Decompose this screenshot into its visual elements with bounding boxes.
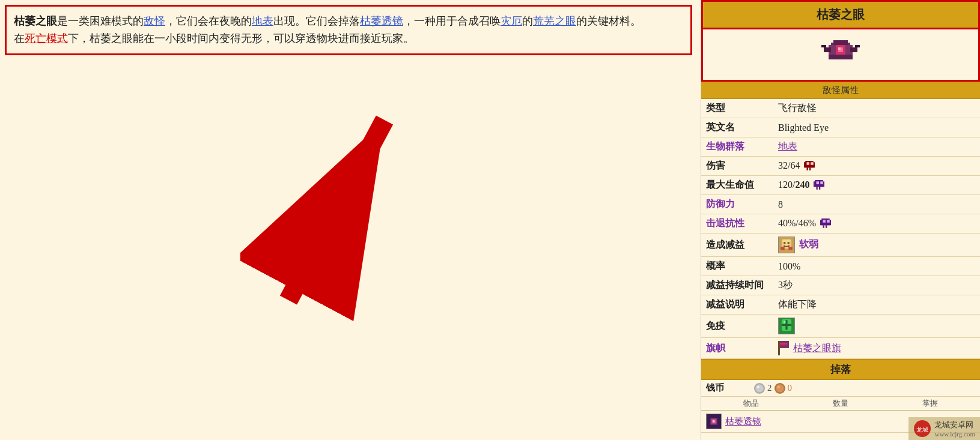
site-logo: 龙城 bbox=[913, 420, 931, 438]
value-hp: 120/240 bbox=[773, 176, 980, 195]
table-row: 减益持续时间 3秒 bbox=[701, 276, 980, 295]
svg-rect-35 bbox=[788, 242, 790, 244]
death-link[interactable]: 死亡模式 bbox=[25, 32, 68, 44]
biome-link[interactable]: 地表 bbox=[778, 141, 797, 151]
svg-rect-39 bbox=[781, 247, 785, 250]
surface-link[interactable]: 地表 bbox=[252, 15, 273, 27]
description-box: 枯萎之眼是一类困难模式的敌怪，它们会在夜晚的地表出现。它们会掉落枯萎透镜，一种用… bbox=[5, 5, 692, 55]
svg-rect-17 bbox=[807, 167, 808, 170]
table-row: 造成减益 bbox=[701, 234, 980, 257]
label-damage: 伤害 bbox=[701, 157, 773, 176]
value-duration: 3秒 bbox=[773, 276, 980, 295]
item-name[interactable]: 枯萎透镜 bbox=[725, 416, 761, 427]
table-row: 免疫 bbox=[701, 315, 980, 338]
skull-purple-icon bbox=[814, 180, 824, 191]
label-biome: 生物群落 bbox=[701, 137, 773, 157]
value-damage: 32/64 bbox=[773, 157, 980, 176]
svg-rect-49 bbox=[780, 345, 785, 346]
table-row: 类型 飞行敌怪 bbox=[701, 99, 980, 118]
banner-link[interactable]: 枯萎之眼旗 bbox=[793, 342, 841, 355]
label-debuff: 造成减益 bbox=[701, 234, 773, 257]
svg-rect-30 bbox=[826, 225, 827, 228]
subtitle-text: 敌怪属性 bbox=[823, 85, 859, 95]
debuff-name[interactable]: 软弱 bbox=[799, 239, 818, 249]
svg-line-1 bbox=[288, 120, 385, 300]
watermark-text: 龙城安卓网 www.lcjrg.com bbox=[934, 420, 975, 438]
svg-rect-9 bbox=[824, 47, 831, 52]
col-item: 物品 bbox=[706, 398, 796, 409]
label-debuff-desc: 减益说明 bbox=[701, 295, 773, 315]
arrow-container bbox=[240, 96, 421, 324]
drop-columns: 物品 数量 掌握 bbox=[701, 397, 980, 411]
svg-rect-61 bbox=[713, 421, 714, 422]
label-immunity: 免疫 bbox=[701, 315, 773, 338]
svg-rect-4 bbox=[833, 40, 848, 45]
immunity-icon bbox=[778, 318, 795, 334]
svg-point-55 bbox=[777, 385, 780, 388]
col-rate: 掌握 bbox=[886, 398, 975, 409]
title-text: 枯萎之眼 bbox=[817, 8, 865, 21]
right-panel: 枯萎之眼 敌怪属性 类型 飞行敌怪 bbox=[701, 0, 980, 440]
lens-link[interactable]: 枯萎透镜 bbox=[360, 15, 403, 27]
svg-rect-8 bbox=[838, 47, 841, 50]
label-type: 类型 bbox=[701, 99, 773, 118]
arrow-svg bbox=[240, 96, 421, 324]
sprite-section bbox=[701, 29, 980, 82]
value-probability: 100% bbox=[773, 257, 980, 276]
svg-point-52 bbox=[757, 385, 760, 388]
drop-header-text: 掉落 bbox=[830, 364, 851, 375]
value-immunity bbox=[773, 315, 980, 338]
svg-rect-12 bbox=[855, 45, 860, 47]
label-knockback: 击退抗性 bbox=[701, 214, 773, 234]
watermark: 龙城 龙城安卓网 www.lcjrg.com bbox=[908, 417, 980, 440]
svg-rect-16 bbox=[811, 162, 814, 165]
table-row: 旗帜 枯萎之眼旗 bbox=[701, 338, 980, 359]
table-row: 伤害 32/64 bbox=[701, 157, 980, 176]
value-debuff: 软弱 bbox=[773, 234, 980, 257]
calamity-link[interactable]: 灾厄 bbox=[501, 15, 522, 27]
eye-link[interactable]: 荒芜之眼 bbox=[533, 15, 576, 27]
svg-rect-36 bbox=[784, 246, 790, 247]
value-knockback: 40%/46% bbox=[773, 214, 980, 234]
svg-rect-15 bbox=[807, 162, 810, 165]
skull-icon bbox=[804, 161, 815, 172]
value-debuff-desc: 体能下降 bbox=[773, 295, 980, 315]
label-defense: 防御力 bbox=[701, 195, 773, 214]
table-row: 防御力 8 bbox=[701, 195, 980, 214]
svg-rect-10 bbox=[850, 47, 857, 52]
currency-value: 2 0 bbox=[754, 383, 792, 394]
svg-rect-23 bbox=[817, 187, 818, 190]
table-row: 击退抗性 40%/46% bbox=[701, 214, 980, 234]
svg-rect-28 bbox=[827, 220, 830, 223]
debuff-icon bbox=[778, 237, 795, 253]
svg-rect-21 bbox=[817, 181, 820, 184]
table-row: 生物群落 地表 bbox=[701, 137, 980, 157]
table-row: 英文名 Blighted Eye bbox=[701, 118, 980, 137]
svg-rect-29 bbox=[823, 225, 824, 228]
copper-coin-icon bbox=[775, 383, 785, 394]
svg-rect-18 bbox=[809, 167, 811, 170]
site-name: 龙城安卓网 bbox=[934, 420, 975, 430]
coin-amount: 2 bbox=[767, 383, 772, 393]
svg-rect-37 bbox=[784, 245, 785, 246]
svg-rect-5 bbox=[829, 55, 853, 59]
enemy-link[interactable]: 敌怪 bbox=[144, 15, 165, 27]
table-row: 概率 100% bbox=[701, 257, 980, 276]
info-table: 类型 飞行敌怪 英文名 Blighted Eye 生物群落 地表 伤害 32/6… bbox=[701, 99, 980, 359]
svg-rect-38 bbox=[788, 245, 790, 246]
infobox-title: 枯萎之眼 bbox=[701, 0, 980, 29]
drop-header: 掉落 bbox=[701, 359, 980, 380]
desc-text-2: 在死亡模式下，枯萎之眼能在一小段时间内变得无形，可以穿透物块进而接近玩家。 bbox=[14, 32, 414, 44]
skull-purple2-icon bbox=[820, 218, 831, 229]
svg-rect-44 bbox=[782, 324, 791, 326]
svg-rect-40 bbox=[788, 247, 793, 250]
col-quantity: 数量 bbox=[796, 398, 885, 409]
svg-rect-48 bbox=[780, 343, 787, 345]
currency-row: 钱币 2 0 bbox=[701, 380, 980, 397]
currency-label: 钱币 bbox=[706, 382, 754, 394]
monster-sprite bbox=[821, 35, 860, 74]
svg-rect-46 bbox=[778, 341, 780, 355]
value-biome: 地表 bbox=[773, 137, 980, 157]
table-row: 最大生命值 120/240 bbox=[701, 176, 980, 195]
value-banner: 枯萎之眼旗 bbox=[773, 338, 980, 359]
